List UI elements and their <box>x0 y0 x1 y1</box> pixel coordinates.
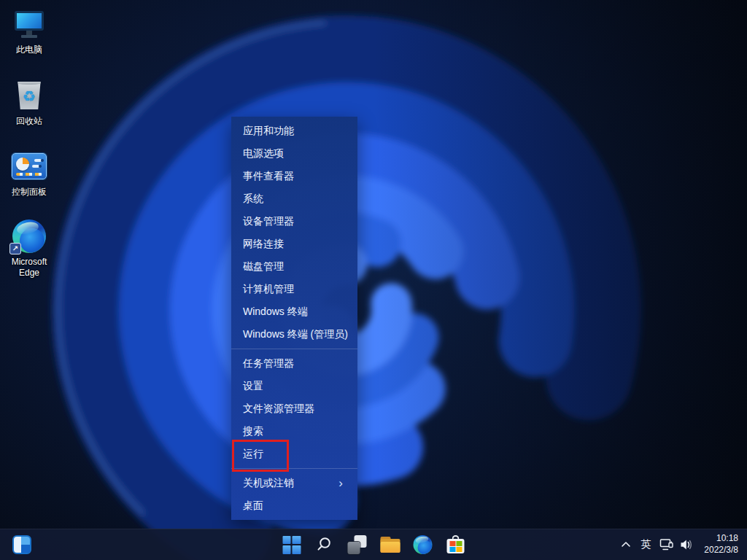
recycle-bin-icon: ♻ <box>12 79 47 112</box>
task-view-button[interactable] <box>343 530 372 559</box>
clock[interactable]: 10:18 2022/3/8 <box>698 532 744 558</box>
menu-item-file-explorer[interactable]: 文件资源管理器 <box>231 397 357 420</box>
menu-item-windows-terminal[interactable]: Windows 终端 <box>231 300 357 323</box>
taskbar-center-icons <box>277 530 471 559</box>
control-panel-icon <box>12 149 47 183</box>
desktop-icon-this-pc[interactable]: 此电脑 <box>1 7 57 55</box>
system-tray: 英 10:18 2022/3/8 <box>616 529 744 560</box>
menu-separator <box>231 468 357 469</box>
menu-item-desktop[interactable]: 桌面 <box>231 494 357 517</box>
ime-indicator[interactable]: 英 <box>636 532 655 558</box>
menu-item-apps-and-features[interactable]: 应用和功能 <box>231 120 357 142</box>
menu-item-computer-management[interactable]: 计算机管理 <box>231 278 357 300</box>
menu-item-network-connections[interactable]: 网络连接 <box>231 233 357 255</box>
clock-date: 2022/3/8 <box>704 545 738 556</box>
file-explorer-button[interactable] <box>376 530 405 559</box>
menu-item-task-manager[interactable]: 任务管理器 <box>231 352 357 375</box>
menu-item-event-viewer[interactable]: 事件查看器 <box>231 165 357 187</box>
desktop-icon-label: 控制面板 <box>12 187 47 198</box>
menu-item-windows-terminal-admin[interactable]: Windows 终端 (管理员) <box>231 323 357 346</box>
taskbar: 英 10:18 2022/3/8 <box>0 529 747 560</box>
desktop-icon-microsoft-edge[interactable]: ↗ Microsoft Edge <box>1 219 57 279</box>
windows-logo-icon <box>282 536 301 554</box>
menu-item-system[interactable]: 系统 <box>231 187 357 210</box>
this-pc-icon <box>12 7 47 41</box>
search-button[interactable] <box>310 530 339 559</box>
edge-icon: ↗ <box>12 219 47 253</box>
winx-context-menu: 应用和功能 电源选项 事件查看器 系统 设备管理器 网络连接 磁盘管理 计算机管… <box>231 117 357 520</box>
desktop-icon-label: 回收站 <box>16 116 42 127</box>
hidden-icons-button[interactable] <box>616 532 636 558</box>
volume-icon <box>680 538 694 551</box>
windows-11-desktop: 此电脑 ♻ 回收站 控制面板 ↗ Microsoft <box>0 0 747 560</box>
menu-item-settings[interactable]: 设置 <box>231 375 357 397</box>
file-explorer-icon <box>380 537 400 553</box>
chevron-up-icon <box>620 539 632 551</box>
recycle-glyph: ♻ <box>23 89 36 104</box>
desktop-icon-label: Microsoft Edge <box>1 257 57 279</box>
task-view-icon <box>348 535 367 554</box>
desktop-icon-control-panel[interactable]: 控制面板 <box>1 149 57 198</box>
menu-separator <box>231 349 357 349</box>
submenu-arrow-icon: › <box>338 472 343 494</box>
search-icon <box>316 536 333 553</box>
network-volume-button[interactable] <box>655 532 698 558</box>
widgets-icon <box>12 535 31 554</box>
shortcut-arrow-icon: ↗ <box>9 243 21 254</box>
widgets-button[interactable] <box>7 530 36 559</box>
desktop-icon-label: 此电脑 <box>16 44 42 55</box>
menu-item-shutdown-or-sign-out[interactable]: 关机或注销 › <box>231 472 357 494</box>
menu-item-device-manager[interactable]: 设备管理器 <box>231 210 357 233</box>
menu-item-search[interactable]: 搜索 <box>231 420 357 443</box>
start-button[interactable] <box>277 530 306 559</box>
menu-item-power-options[interactable]: 电源选项 <box>231 142 357 165</box>
edge-button[interactable] <box>409 530 438 559</box>
desktop-icon-recycle-bin[interactable]: ♻ 回收站 <box>1 79 57 127</box>
wallpaper-bloom <box>0 0 747 560</box>
menu-item-run[interactable]: 运行 <box>231 443 357 465</box>
store-button[interactable] <box>441 530 471 559</box>
network-ethernet-icon <box>659 538 674 551</box>
clock-time: 10:18 <box>716 533 738 545</box>
edge-icon <box>414 535 433 554</box>
menu-item-disk-management[interactable]: 磁盘管理 <box>231 255 357 278</box>
microsoft-store-icon <box>446 535 465 554</box>
